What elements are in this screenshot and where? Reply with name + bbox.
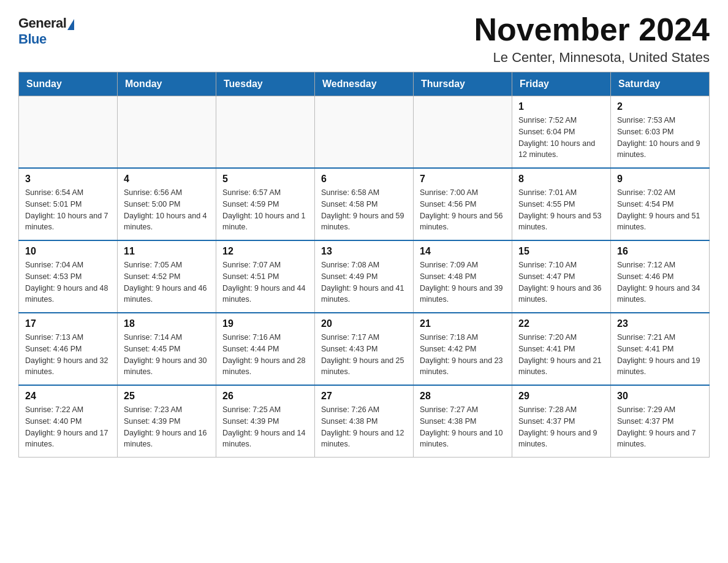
day-number: 16	[617, 246, 703, 257]
page-title: November 2024	[474, 12, 710, 47]
calendar-table: Sunday Monday Tuesday Wednesday Thursday…	[18, 72, 710, 458]
day-number: 23	[617, 318, 703, 329]
calendar-cell: 9 Sunrise: 7:02 AM Sunset: 4:54 PM Dayli…	[611, 168, 710, 240]
day-info: Sunrise: 7:00 AM Sunset: 4:56 PM Dayligh…	[420, 187, 506, 233]
day-number: 9	[617, 174, 703, 185]
day-info: Sunrise: 7:12 AM Sunset: 4:46 PM Dayligh…	[617, 259, 703, 305]
day-number: 25	[124, 391, 210, 402]
col-friday: Friday	[512, 72, 611, 96]
day-number: 8	[518, 174, 604, 185]
day-number: 27	[321, 391, 407, 402]
calendar-cell: 21 Sunrise: 7:18 AM Sunset: 4:42 PM Dayl…	[414, 313, 512, 385]
day-number: 30	[617, 391, 703, 402]
day-number: 11	[124, 246, 210, 257]
day-info: Sunrise: 7:25 AM Sunset: 4:39 PM Dayligh…	[222, 404, 308, 450]
calendar-cell: 14 Sunrise: 7:09 AM Sunset: 4:48 PM Dayl…	[414, 240, 512, 313]
calendar-cell: 16 Sunrise: 7:12 AM Sunset: 4:46 PM Dayl…	[611, 240, 710, 313]
day-number: 10	[25, 246, 111, 257]
day-info: Sunrise: 7:20 AM Sunset: 4:41 PM Dayligh…	[518, 332, 604, 378]
day-number: 19	[222, 318, 308, 329]
calendar-cell: 25 Sunrise: 7:23 AM Sunset: 4:39 PM Dayl…	[118, 385, 216, 458]
day-info: Sunrise: 7:05 AM Sunset: 4:52 PM Dayligh…	[124, 259, 210, 305]
calendar-cell: 19 Sunrise: 7:16 AM Sunset: 4:44 PM Dayl…	[216, 313, 315, 385]
logo-blue-text: Blue	[18, 31, 47, 47]
page-subtitle: Le Center, Minnesota, United States	[474, 50, 710, 66]
day-info: Sunrise: 7:23 AM Sunset: 4:39 PM Dayligh…	[124, 404, 210, 450]
calendar-cell: 3 Sunrise: 6:54 AM Sunset: 5:01 PM Dayli…	[19, 168, 118, 240]
calendar-cell: 2 Sunrise: 7:53 AM Sunset: 6:03 PM Dayli…	[611, 96, 710, 169]
calendar-week-row: 3 Sunrise: 6:54 AM Sunset: 5:01 PM Dayli…	[19, 168, 710, 240]
calendar-cell: 5 Sunrise: 6:57 AM Sunset: 4:59 PM Dayli…	[216, 168, 315, 240]
day-number: 29	[518, 391, 604, 402]
day-info: Sunrise: 7:18 AM Sunset: 4:42 PM Dayligh…	[420, 332, 506, 378]
day-info: Sunrise: 6:54 AM Sunset: 5:01 PM Dayligh…	[25, 187, 111, 233]
calendar-cell: 23 Sunrise: 7:21 AM Sunset: 4:41 PM Dayl…	[611, 313, 710, 385]
day-info: Sunrise: 7:04 AM Sunset: 4:53 PM Dayligh…	[25, 259, 111, 305]
day-info: Sunrise: 7:28 AM Sunset: 4:37 PM Dayligh…	[518, 404, 604, 450]
day-number: 3	[25, 174, 111, 185]
logo-general-text: General	[18, 15, 66, 31]
day-number: 21	[420, 318, 506, 329]
calendar-cell: 10 Sunrise: 7:04 AM Sunset: 4:53 PM Dayl…	[19, 240, 118, 313]
calendar-cell: 11 Sunrise: 7:05 AM Sunset: 4:52 PM Dayl…	[118, 240, 216, 313]
calendar-cell: 15 Sunrise: 7:10 AM Sunset: 4:47 PM Dayl…	[512, 240, 611, 313]
day-info: Sunrise: 7:22 AM Sunset: 4:40 PM Dayligh…	[25, 404, 111, 450]
calendar-week-row: 1 Sunrise: 7:52 AM Sunset: 6:04 PM Dayli…	[19, 96, 710, 169]
col-tuesday: Tuesday	[216, 72, 315, 96]
day-number: 2	[617, 101, 703, 112]
day-number: 28	[420, 391, 506, 402]
day-info: Sunrise: 7:21 AM Sunset: 4:41 PM Dayligh…	[617, 332, 703, 378]
calendar-cell: 29 Sunrise: 7:28 AM Sunset: 4:37 PM Dayl…	[512, 385, 611, 458]
col-sunday: Sunday	[19, 72, 118, 96]
col-monday: Monday	[118, 72, 216, 96]
day-info: Sunrise: 7:53 AM Sunset: 6:03 PM Dayligh…	[617, 115, 703, 161]
calendar-cell: 7 Sunrise: 7:00 AM Sunset: 4:56 PM Dayli…	[414, 168, 512, 240]
day-number: 26	[222, 391, 308, 402]
calendar-cell: 26 Sunrise: 7:25 AM Sunset: 4:39 PM Dayl…	[216, 385, 315, 458]
day-number: 6	[321, 174, 407, 185]
calendar-cell: 20 Sunrise: 7:17 AM Sunset: 4:43 PM Dayl…	[315, 313, 414, 385]
calendar-cell: 1 Sunrise: 7:52 AM Sunset: 6:04 PM Dayli…	[512, 96, 611, 169]
calendar-cell	[216, 96, 315, 169]
day-info: Sunrise: 6:58 AM Sunset: 4:58 PM Dayligh…	[321, 187, 407, 233]
calendar-cell: 24 Sunrise: 7:22 AM Sunset: 4:40 PM Dayl…	[19, 385, 118, 458]
calendar-header-row: Sunday Monday Tuesday Wednesday Thursday…	[19, 72, 710, 96]
day-info: Sunrise: 7:10 AM Sunset: 4:47 PM Dayligh…	[518, 259, 604, 305]
title-section: November 2024 Le Center, Minnesota, Unit…	[474, 12, 710, 66]
calendar-cell: 27 Sunrise: 7:26 AM Sunset: 4:38 PM Dayl…	[315, 385, 414, 458]
calendar-cell	[315, 96, 414, 169]
day-info: Sunrise: 7:13 AM Sunset: 4:46 PM Dayligh…	[25, 332, 111, 378]
day-info: Sunrise: 7:07 AM Sunset: 4:51 PM Dayligh…	[222, 259, 308, 305]
day-info: Sunrise: 7:52 AM Sunset: 6:04 PM Dayligh…	[518, 115, 604, 161]
calendar-cell	[118, 96, 216, 169]
calendar-cell: 30 Sunrise: 7:29 AM Sunset: 4:37 PM Dayl…	[611, 385, 710, 458]
day-info: Sunrise: 7:29 AM Sunset: 4:37 PM Dayligh…	[617, 404, 703, 450]
day-number: 20	[321, 318, 407, 329]
calendar-cell: 12 Sunrise: 7:07 AM Sunset: 4:51 PM Dayl…	[216, 240, 315, 313]
logo: General Blue	[18, 12, 74, 47]
day-info: Sunrise: 7:02 AM Sunset: 4:54 PM Dayligh…	[617, 187, 703, 233]
day-number: 1	[518, 101, 604, 112]
calendar-cell: 8 Sunrise: 7:01 AM Sunset: 4:55 PM Dayli…	[512, 168, 611, 240]
calendar-cell: 4 Sunrise: 6:56 AM Sunset: 5:00 PM Dayli…	[118, 168, 216, 240]
day-number: 12	[222, 246, 308, 257]
col-thursday: Thursday	[414, 72, 512, 96]
calendar-week-row: 17 Sunrise: 7:13 AM Sunset: 4:46 PM Dayl…	[19, 313, 710, 385]
day-number: 13	[321, 246, 407, 257]
day-number: 15	[518, 246, 604, 257]
day-number: 18	[124, 318, 210, 329]
calendar-cell	[414, 96, 512, 169]
day-info: Sunrise: 7:17 AM Sunset: 4:43 PM Dayligh…	[321, 332, 407, 378]
calendar-cell: 28 Sunrise: 7:27 AM Sunset: 4:38 PM Dayl…	[414, 385, 512, 458]
day-number: 5	[222, 174, 308, 185]
day-number: 22	[518, 318, 604, 329]
col-saturday: Saturday	[611, 72, 710, 96]
day-info: Sunrise: 6:57 AM Sunset: 4:59 PM Dayligh…	[222, 187, 308, 233]
calendar-cell	[19, 96, 118, 169]
day-info: Sunrise: 7:26 AM Sunset: 4:38 PM Dayligh…	[321, 404, 407, 450]
day-info: Sunrise: 6:56 AM Sunset: 5:00 PM Dayligh…	[124, 187, 210, 233]
calendar-cell: 13 Sunrise: 7:08 AM Sunset: 4:49 PM Dayl…	[315, 240, 414, 313]
day-info: Sunrise: 7:09 AM Sunset: 4:48 PM Dayligh…	[420, 259, 506, 305]
day-info: Sunrise: 7:01 AM Sunset: 4:55 PM Dayligh…	[518, 187, 604, 233]
calendar-cell: 6 Sunrise: 6:58 AM Sunset: 4:58 PM Dayli…	[315, 168, 414, 240]
